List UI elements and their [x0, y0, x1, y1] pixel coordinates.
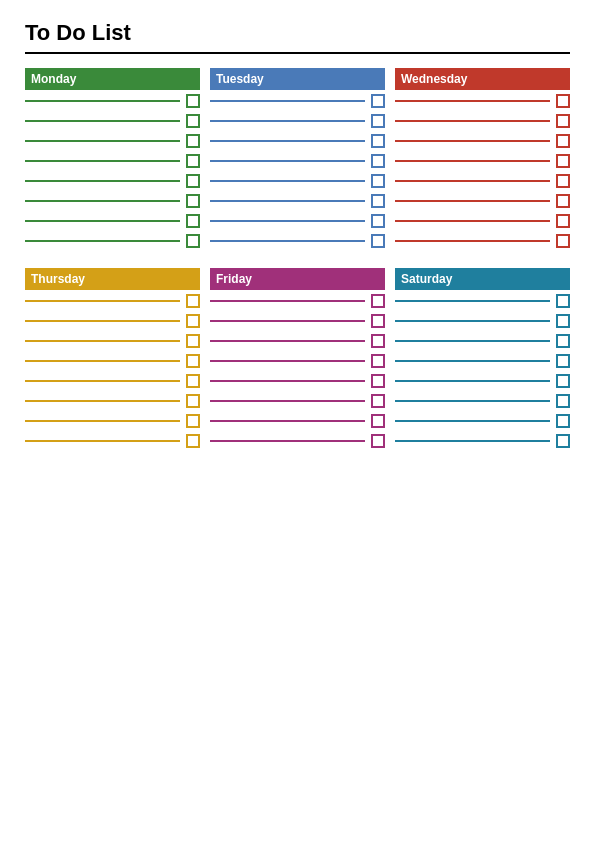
task-line [210, 340, 365, 342]
task-checkbox[interactable] [556, 94, 570, 108]
task-line [25, 400, 180, 402]
task-line [210, 240, 365, 242]
task-checkbox[interactable] [186, 234, 200, 248]
task-checkbox[interactable] [371, 174, 385, 188]
task-row [210, 194, 385, 208]
task-checkbox[interactable] [556, 334, 570, 348]
task-row [395, 394, 570, 408]
task-row [210, 114, 385, 128]
task-checkbox[interactable] [371, 94, 385, 108]
task-row [395, 354, 570, 368]
task-row [25, 334, 200, 348]
task-checkbox[interactable] [186, 374, 200, 388]
friday-section: Friday [210, 268, 385, 454]
task-line [25, 200, 180, 202]
task-checkbox[interactable] [556, 194, 570, 208]
task-line [25, 180, 180, 182]
task-row [210, 174, 385, 188]
task-checkbox[interactable] [186, 154, 200, 168]
task-checkbox[interactable] [556, 114, 570, 128]
task-line [210, 220, 365, 222]
task-row [25, 134, 200, 148]
task-row [395, 314, 570, 328]
task-checkbox[interactable] [371, 214, 385, 228]
task-checkbox[interactable] [371, 134, 385, 148]
task-checkbox[interactable] [186, 314, 200, 328]
task-checkbox[interactable] [556, 314, 570, 328]
task-checkbox[interactable] [371, 374, 385, 388]
task-line [395, 220, 550, 222]
task-checkbox[interactable] [556, 294, 570, 308]
wednesday-section: Wednesday [395, 68, 570, 254]
task-row [395, 94, 570, 108]
task-row [25, 94, 200, 108]
task-checkbox[interactable] [186, 114, 200, 128]
task-checkbox[interactable] [371, 434, 385, 448]
task-checkbox[interactable] [371, 354, 385, 368]
task-line [210, 160, 365, 162]
task-checkbox[interactable] [556, 434, 570, 448]
todo-grid: Monday Tuesday Wednesday Thursday [25, 68, 570, 454]
task-row [210, 374, 385, 388]
task-checkbox[interactable] [556, 414, 570, 428]
task-checkbox[interactable] [186, 294, 200, 308]
task-checkbox[interactable] [186, 174, 200, 188]
task-checkbox[interactable] [556, 394, 570, 408]
task-checkbox[interactable] [371, 194, 385, 208]
task-line [395, 300, 550, 302]
task-row [25, 234, 200, 248]
task-line [25, 240, 180, 242]
task-line [25, 440, 180, 442]
task-checkbox[interactable] [186, 134, 200, 148]
task-checkbox[interactable] [556, 134, 570, 148]
task-checkbox[interactable] [186, 354, 200, 368]
task-checkbox[interactable] [371, 394, 385, 408]
task-checkbox[interactable] [186, 394, 200, 408]
task-checkbox[interactable] [371, 294, 385, 308]
task-line [210, 180, 365, 182]
task-checkbox[interactable] [556, 174, 570, 188]
task-row [25, 374, 200, 388]
task-row [25, 174, 200, 188]
task-line [210, 100, 365, 102]
task-line [395, 100, 550, 102]
task-checkbox[interactable] [371, 234, 385, 248]
task-line [210, 320, 365, 322]
task-line [395, 340, 550, 342]
task-row [395, 114, 570, 128]
task-checkbox[interactable] [371, 334, 385, 348]
task-checkbox[interactable] [186, 414, 200, 428]
task-line [395, 420, 550, 422]
task-row [25, 214, 200, 228]
task-row [25, 194, 200, 208]
task-checkbox[interactable] [371, 314, 385, 328]
task-checkbox[interactable] [186, 214, 200, 228]
task-checkbox[interactable] [371, 414, 385, 428]
task-checkbox[interactable] [556, 354, 570, 368]
task-checkbox[interactable] [556, 154, 570, 168]
task-row [210, 154, 385, 168]
task-line [210, 120, 365, 122]
task-line [25, 220, 180, 222]
task-row [25, 154, 200, 168]
task-line [210, 400, 365, 402]
task-checkbox[interactable] [556, 214, 570, 228]
task-row [395, 174, 570, 188]
task-row [210, 134, 385, 148]
task-line [25, 300, 180, 302]
saturday-header: Saturday [395, 268, 570, 290]
task-checkbox[interactable] [371, 154, 385, 168]
task-line [25, 160, 180, 162]
task-checkbox[interactable] [186, 434, 200, 448]
task-checkbox[interactable] [186, 194, 200, 208]
tuesday-section: Tuesday [210, 68, 385, 254]
task-row [210, 394, 385, 408]
task-checkbox[interactable] [371, 114, 385, 128]
task-row [210, 214, 385, 228]
task-checkbox[interactable] [556, 374, 570, 388]
task-line [395, 400, 550, 402]
task-line [395, 180, 550, 182]
task-checkbox[interactable] [186, 334, 200, 348]
task-checkbox[interactable] [556, 234, 570, 248]
task-checkbox[interactable] [186, 94, 200, 108]
